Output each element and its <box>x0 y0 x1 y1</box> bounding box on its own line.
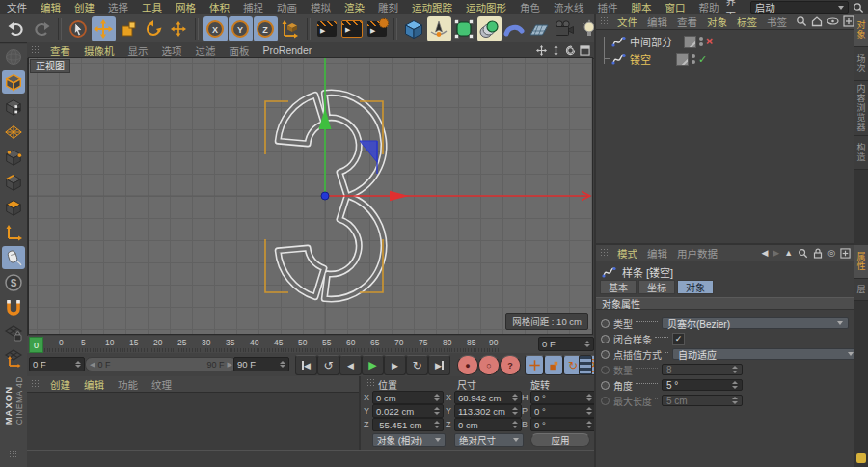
menu-animate[interactable]: 动画 <box>270 0 304 14</box>
keyframe-dot[interactable] <box>601 350 610 359</box>
side-tab-objects[interactable]: 对象 <box>854 14 868 47</box>
rot-b-field[interactable]: 0 ° <box>530 418 596 431</box>
position-mode-dropdown[interactable]: 对象 (相对) <box>372 433 446 447</box>
coordinate-system-button[interactable] <box>279 16 303 41</box>
texture-mode-button[interactable] <box>2 96 25 119</box>
add-cube-button[interactable] <box>402 16 426 41</box>
rot-h-field[interactable]: 0 ° <box>530 391 596 404</box>
material-menu-create[interactable]: 创建 <box>43 377 77 392</box>
bend-deformer-button[interactable] <box>502 16 527 41</box>
viewport-toggle-icon[interactable] <box>578 44 591 57</box>
ruler-frame-field[interactable]: 0 F <box>538 337 594 351</box>
search-icon[interactable] <box>853 2 864 14</box>
point-mode-button[interactable] <box>2 146 25 169</box>
menu-character[interactable]: 角色 <box>513 0 547 14</box>
am-menu-userdata[interactable]: 用户数据 <box>672 246 722 261</box>
pos-z-field[interactable]: -55.451 cm <box>372 418 444 431</box>
tab-basic[interactable]: 基本 <box>600 280 637 294</box>
viewport-menu-view[interactable]: 查看 <box>43 43 77 58</box>
model-mode-button[interactable] <box>2 70 25 94</box>
panel-grip[interactable] <box>31 45 41 55</box>
goto-start-button[interactable]: ◀ <box>295 355 317 375</box>
om-menu-objects[interactable]: 对象 <box>702 14 732 29</box>
object-axis-mode-button[interactable] <box>2 221 25 244</box>
side-tab-structure[interactable]: 构造 <box>854 136 868 170</box>
material-menu-texture[interactable]: 纹理 <box>145 377 178 392</box>
current-frame-field[interactable]: 0 F <box>29 357 85 371</box>
keyframe-dot[interactable] <box>601 335 610 343</box>
end-frame-field[interactable]: 90 F <box>233 357 289 371</box>
previous-key-button[interactable]: ↺ <box>317 355 339 375</box>
menu-simulate[interactable]: 模拟 <box>304 0 338 14</box>
redo-button[interactable] <box>30 16 54 41</box>
lock-icon[interactable] <box>813 248 823 259</box>
undo-button[interactable] <box>5 16 29 41</box>
panel-grip[interactable] <box>366 378 376 388</box>
snap-magnet-button[interactable] <box>2 296 25 319</box>
autokey-button[interactable]: ○ <box>478 355 500 375</box>
side-tab-attributes[interactable]: 属性 <box>854 245 868 279</box>
om-menu-bookmarks[interactable]: 书签 <box>762 14 792 29</box>
history-back-icon[interactable]: ◀ <box>761 248 768 258</box>
last-tool-button[interactable] <box>167 16 191 41</box>
next-key-button[interactable]: ↻ <box>406 355 428 375</box>
panel-grip[interactable] <box>600 248 610 258</box>
object-row-louvre[interactable]: 镂空 ✓ <box>596 50 868 68</box>
live-selection-tool-button[interactable] <box>67 16 91 41</box>
menu-file[interactable]: 文件 <box>0 0 34 14</box>
menu-snap[interactable]: 捕捉 <box>236 0 270 14</box>
add-panel-icon[interactable] <box>843 15 854 27</box>
menu-help[interactable]: 帮助 <box>692 0 726 14</box>
menu-sculpt[interactable]: 雕刻 <box>371 0 405 14</box>
size-z-field[interactable]: 0 cm <box>454 418 522 431</box>
focus-icon[interactable]: ◎ <box>827 248 835 258</box>
side-tab-takes[interactable]: 场次 <box>854 47 868 81</box>
play-button[interactable]: ▶ <box>362 355 384 375</box>
x-axis-lock-button[interactable]: X <box>203 16 228 41</box>
om-menu-tags[interactable]: 标签 <box>732 14 762 29</box>
menu-motion-tracker[interactable]: 运动跟踪 <box>405 0 459 14</box>
layer-tag-icon[interactable] <box>676 53 689 66</box>
render-to-picture-viewer-button[interactable]: ▶ <box>340 16 365 41</box>
visibility-dots[interactable] <box>699 36 703 47</box>
spinner-arrows[interactable] <box>280 361 285 369</box>
scale-tool-button[interactable] <box>117 16 141 41</box>
size-x-field[interactable]: 68.942 cm <box>454 391 522 404</box>
layer-tag-icon[interactable] <box>684 36 696 48</box>
keyframe-selection-button[interactable]: ? <box>500 355 521 375</box>
render-view-button[interactable]: ▶ <box>315 16 339 41</box>
record-scale-button[interactable] <box>544 355 563 375</box>
sweep-generator-button[interactable] <box>477 16 502 41</box>
timeline-ruler[interactable]: 0 0 5 10 15 20 25 30 35 40 45 50 55 60 6… <box>27 336 594 354</box>
viewport-canvas[interactable]: 正视图 <box>29 58 592 334</box>
keyframe-dot[interactable] <box>601 366 610 374</box>
number-field[interactable]: 8 <box>662 364 743 375</box>
om-menu-edit[interactable]: 编辑 <box>642 14 672 29</box>
viewport-orbit-icon[interactable] <box>563 44 577 57</box>
filter-eye-icon[interactable] <box>827 15 839 27</box>
tab-coordinates[interactable]: 坐标 <box>638 280 675 294</box>
workplane-mode-button[interactable] <box>2 121 25 144</box>
menu-tools[interactable]: 工具 <box>135 0 169 14</box>
history-forward-icon[interactable]: ▶ <box>773 248 779 258</box>
record-keyframe-button[interactable]: ● <box>457 355 478 375</box>
timeline-cursor[interactable]: 0 <box>29 337 43 353</box>
next-frame-button[interactable]: ▶ <box>384 355 406 375</box>
am-menu-mode[interactable]: 模式 <box>612 246 642 261</box>
frame-range-slider[interactable]: ◀ 0 F 90 F ▶ <box>85 357 237 371</box>
make-editable-icon[interactable] <box>2 45 25 69</box>
tab-object[interactable]: 对象 <box>677 280 714 294</box>
y-axis-lock-button[interactable]: Y <box>229 16 253 41</box>
menu-mesh[interactable]: 网格 <box>169 0 203 14</box>
keyframe-dot[interactable] <box>601 397 610 405</box>
motion-system-icon[interactable] <box>579 355 592 375</box>
menu-select[interactable]: 选择 <box>101 0 135 14</box>
move-tool-button[interactable] <box>92 16 116 41</box>
material-menu-function[interactable]: 功能 <box>111 377 145 392</box>
side-tab-layers[interactable]: 层 <box>854 279 868 301</box>
panel-grip[interactable] <box>600 16 610 26</box>
menu-plugins[interactable]: 插件 <box>591 0 625 14</box>
apply-button[interactable]: 应用 <box>530 433 590 447</box>
spinner-arrows[interactable] <box>584 341 590 348</box>
keyframe-dot[interactable] <box>601 319 610 328</box>
